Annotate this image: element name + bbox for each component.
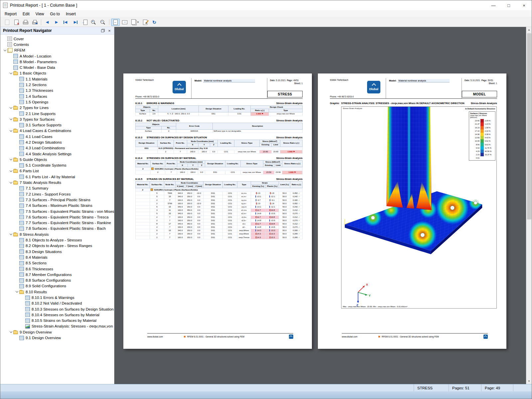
- edit-header-button[interactable]: [141, 19, 149, 26]
- tree-item-openings[interactable]: 1.5 Openings: [0, 99, 114, 105]
- next-page-button[interactable]: ▶: [52, 19, 61, 26]
- tree-item-eq-plastic-von-mises[interactable]: 7.5 Surfaces - Equivalent Plastic Strain…: [0, 208, 114, 214]
- tree-item-c-model-base-data[interactable]: C Model - Base Data: [0, 65, 114, 70]
- dropdown-caret[interactable]: ▾: [137, 21, 139, 24]
- tree-item-maximum-plastic-strains[interactable]: 7.4 Surfaces - Maximum Plastic Strains: [0, 203, 114, 208]
- tree-item-eq-plastic-tresca[interactable]: 7.6 Surfaces - Equivalent Plastic Strain…: [0, 214, 114, 220]
- tree-item-results[interactable]: 8.10 Results: [0, 289, 114, 295]
- tree-item-stress-strain-graphic[interactable]: Stress-Strain Analysis: Stresses - σeqv,…: [0, 324, 114, 329]
- expander-icon[interactable]: [8, 171, 13, 172]
- expander-icon[interactable]: [8, 159, 13, 160]
- tree-item-eq-plastic-rankine[interactable]: 7.7 Surfaces - Equivalent Plastic Strain…: [0, 220, 114, 226]
- tree-item-summary[interactable]: 7.1 Summary: [0, 186, 114, 191]
- scrollbar-thumb[interactable]: [527, 33, 531, 219]
- expander-icon[interactable]: [2, 50, 7, 51]
- expander-icon[interactable]: [8, 119, 13, 120]
- tree-item-cover[interactable]: Cover: [0, 36, 114, 42]
- tree-item-basic-objects[interactable]: 1 Basic Objects: [0, 70, 114, 76]
- tree-item-coordinate-systems[interactable]: 5.1 Coordinate Systems: [0, 163, 114, 168]
- zoom-in-button[interactable]: +: [89, 19, 98, 26]
- go-to-page-button[interactable]: →: [80, 19, 89, 26]
- tree-item-types-for-lines[interactable]: 2 Types for Lines: [0, 105, 114, 111]
- tree-item-rfem[interactable]: RFEM: [0, 48, 114, 53]
- tree-item-materials-8-4[interactable]: 8.4 Materials: [0, 254, 114, 260]
- delete-report-button[interactable]: [12, 19, 21, 26]
- tree-item-objects-stresses[interactable]: 8.1 Objects to Analyze - Stresses: [0, 237, 114, 243]
- vertical-scrollbar[interactable]: ▲ ▼: [526, 27, 532, 384]
- section-number: 8.10.3: [135, 136, 147, 139]
- close-panel-button[interactable]: ×: [106, 28, 113, 34]
- tree-item-stress-analysis[interactable]: 8 Stress Analysis: [0, 231, 114, 237]
- menu-report[interactable]: Report: [2, 11, 20, 17]
- tree-item-materials[interactable]: 1.1 Materials: [0, 76, 114, 82]
- refresh-button[interactable]: ↻: [150, 19, 159, 26]
- tree-item-stresses-by-design-situation[interactable]: 8.10.3 Stresses on Surfaces by Design Si…: [0, 306, 114, 312]
- menu-insert[interactable]: Insert: [63, 11, 79, 17]
- tree-item-static-analysis-settings[interactable]: 4.4 Static Analysis Settings: [0, 151, 114, 157]
- print-button[interactable]: [21, 19, 30, 26]
- expander-icon[interactable]: [8, 332, 13, 332]
- tree-item-static-analysis-results[interactable]: 7 Static Analysis Results: [0, 180, 114, 185]
- tree-item-surface-supports[interactable]: 3.1 Surface Supports: [0, 122, 114, 128]
- tree-item-label: 8.6 Thicknesses: [26, 267, 53, 271]
- scroll-up-button[interactable]: ▲: [526, 27, 532, 33]
- tree-item-a-model-location[interactable]: A Model - Location: [0, 53, 114, 59]
- expander-icon[interactable]: [8, 107, 13, 108]
- tree-item-eq-plastic-bach[interactable]: 7.8 Surfaces - Equivalent Plastic Strain…: [0, 226, 114, 231]
- section-table: Material No.Surface No.Node No.Node Coor…: [135, 181, 303, 239]
- tree-item-design-overview-9-1[interactable]: 9.1 Design Overview: [0, 335, 114, 340]
- tree-item-b-model-parameters[interactable]: B Model - Parameters: [0, 59, 114, 65]
- tree-item-stresses-by-material[interactable]: 8.10.4 Stresses on Surfaces by Material: [0, 312, 114, 318]
- close-button[interactable]: ×: [516, 0, 532, 10]
- tree-item-parts-list[interactable]: 6 Parts List: [0, 168, 114, 174]
- tree-item-solid-configurations[interactable]: 8.9 Solid Configurations: [0, 283, 114, 289]
- tree-item-strains-by-material[interactable]: 8.10.5 Strains on Surfaces by Material: [0, 318, 114, 324]
- new-report-button[interactable]: [3, 19, 11, 26]
- last-page-button[interactable]: ▶: [71, 19, 79, 26]
- tree-item-line-supports[interactable]: 2.1 Line Supports: [0, 111, 114, 116]
- page-view-button[interactable]: ▾: [130, 19, 140, 26]
- minimize-button[interactable]: —: [486, 0, 501, 10]
- tree-item-label: 5.1 Coordinate Systems: [26, 163, 66, 167]
- tree-item-surface-configurations[interactable]: 8.8 Surface Configurations: [0, 277, 114, 283]
- tree-item-contents[interactable]: Contents: [0, 42, 114, 47]
- menu-edit[interactable]: Edit: [20, 11, 33, 17]
- expander-icon[interactable]: [14, 291, 19, 292]
- expander-icon[interactable]: [8, 182, 13, 183]
- tree-item-sections-1-2[interactable]: 1.2 Sections: [0, 82, 114, 87]
- tree-item-thicknesses-1-3[interactable]: 1.3 Thicknesses: [0, 88, 114, 93]
- tree-item-load-combinations[interactable]: 4.3 Load Combinations: [0, 145, 114, 151]
- scroll-down-button[interactable]: ▼: [526, 378, 532, 384]
- tree-item-principal-plastic-strains[interactable]: 7.3 Surfaces - Principal Plastic Strains: [0, 197, 114, 202]
- first-page-icon: ◀: [63, 20, 69, 25]
- tree-item-surfaces-1-4[interactable]: 1.4 Surfaces: [0, 93, 114, 99]
- print-setup-button[interactable]: [31, 19, 39, 26]
- tree-item-guide-objects[interactable]: 5 Guide Objects: [0, 157, 114, 162]
- tree-item-design-overview[interactable]: 9 Design Overview: [0, 329, 114, 335]
- fit-width-button[interactable]: [120, 19, 129, 26]
- tree-item-objects-stress-ranges[interactable]: 8.2 Objects to Analyze - Stress Ranges: [0, 243, 114, 249]
- zoom-out-button[interactable]: −: [99, 19, 107, 26]
- tree-item-sections-8-5[interactable]: 8.5 Sections: [0, 260, 114, 266]
- menu-goto[interactable]: Go to: [47, 11, 63, 17]
- first-page-button[interactable]: ◀: [62, 19, 70, 26]
- maximize-button[interactable]: □: [501, 0, 516, 10]
- tree-item-thicknesses-8-6[interactable]: 8.6 Thicknesses: [0, 266, 114, 272]
- previous-page-button[interactable]: ◀: [43, 19, 52, 26]
- expander-icon[interactable]: [8, 130, 13, 131]
- tree-item-parts-list-all[interactable]: 6.1 Parts List - All by Material: [0, 174, 114, 180]
- expander-icon[interactable]: [8, 73, 13, 74]
- tree-item-load-cases-combinations[interactable]: 4 Load Cases & Combinations: [0, 128, 114, 134]
- fit-page-button[interactable]: [111, 19, 120, 26]
- tree-item-not-valid-deactivated[interactable]: 8.10.2 Not Valid / Deactivated: [0, 301, 114, 306]
- tree-item-design-situations-4-2[interactable]: 4.2 Design Situations: [0, 139, 114, 145]
- tree-item-errors-warnings[interactable]: 8.10.1 Errors & Warnings: [0, 295, 114, 300]
- float-panel-button[interactable]: [99, 28, 106, 34]
- tree-item-design-situations-8-3[interactable]: 8.3 Design Situations: [0, 249, 114, 254]
- tree-item-load-cases[interactable]: 4.1 Load Cases: [0, 134, 114, 139]
- menu-view[interactable]: View: [33, 11, 47, 17]
- tree-item-lines-support-forces[interactable]: 7.2 Lines - Support Forces: [0, 191, 114, 197]
- tree-item-types-for-surfaces[interactable]: 3 Types for Surfaces: [0, 116, 114, 122]
- tree-item-member-configurations[interactable]: 8.7 Member Configurations: [0, 272, 114, 277]
- expander-icon[interactable]: [8, 234, 13, 235]
